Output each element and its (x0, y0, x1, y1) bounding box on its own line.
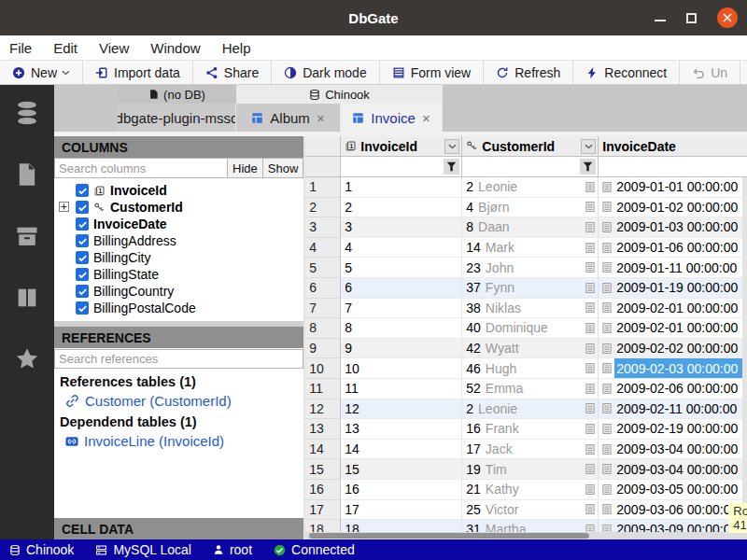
search-columns-input[interactable] (54, 158, 228, 178)
toolbar-button-un[interactable]: Un (680, 61, 740, 84)
vertical-scrollbar[interactable] (742, 177, 747, 532)
customer-id-cell[interactable]: 17Jack (462, 440, 599, 460)
invoice-date-cell[interactable]: 2009-01-03 00:00:00 (599, 217, 747, 238)
file-icon[interactable] (14, 161, 40, 188)
invoice-date-cell[interactable]: 2009-02-06 00:00:00 (599, 379, 747, 399)
filter-input[interactable] (600, 159, 747, 175)
customer-id-cell[interactable]: 52Emma (462, 379, 599, 399)
star-icon[interactable] (14, 346, 40, 372)
column-item-invoicedate[interactable]: InvoiceDate (56, 216, 303, 232)
column-checkbox[interactable] (76, 217, 89, 231)
menu-item-file[interactable]: File (9, 40, 32, 56)
database-icon[interactable] (14, 100, 40, 126)
row-number-cell[interactable]: 8 (305, 318, 341, 339)
invoice-date-value[interactable]: 2009-01-19 00:00:00 (614, 278, 747, 298)
column-checkbox[interactable] (76, 234, 89, 247)
invoice-id-cell[interactable]: 10 (341, 358, 462, 379)
row-number-cell[interactable]: 1 (305, 177, 341, 198)
row-number-cell[interactable]: 7 (305, 299, 341, 319)
row-number-cell[interactable]: 4 (305, 238, 341, 259)
invoice-date-cell[interactable]: 2009-03-05 00:00:00 (599, 480, 747, 500)
invoice-date-cell[interactable]: 2009-01-19 00:00:00 (599, 278, 747, 299)
tab-invoice[interactable]: Invoice× (341, 104, 443, 132)
customer-id-cell[interactable]: 46Hugh (462, 358, 599, 379)
row-number-cell[interactable]: 15 (305, 459, 341, 480)
row-number-cell[interactable]: 14 (305, 440, 341, 460)
row-number-cell[interactable]: 3 (305, 217, 341, 238)
column-checkbox[interactable] (76, 184, 89, 197)
row-number-cell[interactable]: 16 (305, 480, 341, 500)
column-dropdown-button[interactable] (444, 139, 459, 154)
row-number-cell[interactable]: 6 (305, 278, 341, 299)
search-references-input[interactable] (54, 349, 303, 369)
invoice-id-cell[interactable]: 12 (341, 399, 462, 420)
toolbar-button-form-view[interactable]: Form view (380, 61, 485, 84)
customer-id-cell[interactable]: 25Victor (462, 500, 599, 521)
invoice-date-cell[interactable]: 2009-03-04 00:00:00 (599, 459, 747, 480)
maximize-icon[interactable] (686, 13, 697, 23)
invoice-date-value[interactable]: 2009-01-11 00:00:00 (614, 258, 747, 277)
invoice-date-cell[interactable]: 2009-02-11 00:00:00 (599, 399, 747, 420)
row-number-cell[interactable]: 10 (305, 358, 341, 379)
invoice-id-cell[interactable]: 1 (341, 177, 462, 198)
invoice-id-cell[interactable]: 9 (341, 339, 462, 359)
column-item-billingstate[interactable]: BillingState (56, 266, 303, 283)
customer-id-cell[interactable]: 23John (462, 258, 599, 278)
column-item-invoiceid[interactable]: 1InvoiceId (56, 182, 303, 199)
invoice-date-value[interactable]: 2009-01-02 00:00:00 (614, 198, 747, 217)
toolbar-button-dark-mode[interactable]: Dark mode (272, 61, 379, 84)
invoice-id-cell[interactable]: 5 (341, 258, 462, 278)
column-header-customerid[interactable]: CustomerId (462, 136, 599, 157)
customer-id-cell[interactable]: 38Niklas (462, 299, 599, 319)
book-icon[interactable] (14, 285, 40, 311)
row-number-cell[interactable]: 13 (305, 419, 341, 440)
customer-id-cell[interactable]: 8Daan (462, 217, 599, 238)
invoice-date-cell[interactable]: 2009-02-03 00:00:00 (599, 358, 747, 379)
minimize-icon[interactable] (655, 20, 666, 21)
column-checkbox[interactable] (76, 301, 89, 315)
invoice-date-cell[interactable]: 2009-03-04 00:00:00 (599, 440, 747, 460)
customer-id-cell[interactable]: 2Leonie (462, 399, 599, 420)
hide-button[interactable]: Hide (228, 158, 263, 178)
invoice-date-value[interactable]: 2009-02-06 00:00:00 (614, 379, 747, 399)
column-item-customerid[interactable]: CustomerId (56, 199, 303, 216)
invoice-date-value[interactable]: 2009-03-06 00:00:00 (614, 500, 747, 520)
column-checkbox[interactable] (76, 251, 89, 264)
customer-id-cell[interactable]: 16Frank (462, 419, 599, 440)
column-item-billingcity[interactable]: BillingCity (56, 249, 303, 266)
invoice-date-value[interactable]: 2009-01-03 00:00:00 (614, 217, 747, 237)
invoice-id-cell[interactable]: 15 (341, 459, 462, 480)
invoice-id-cell[interactable]: 14 (341, 440, 462, 460)
invoice-date-cell[interactable]: 2009-02-01 00:00:00 (599, 299, 747, 319)
horizontal-scrollbar-thumb[interactable] (309, 533, 589, 539)
invoice-date-value[interactable]: 2009-02-11 00:00:00 (614, 399, 747, 419)
archive-icon[interactable] (14, 223, 40, 249)
invoice-date-cell[interactable]: 2009-02-19 00:00:00 (599, 419, 747, 440)
column-item-billingaddress[interactable]: BillingAddress (56, 232, 303, 249)
filter-funnel-button[interactable] (444, 159, 459, 175)
invoice-id-cell[interactable]: 17 (341, 500, 462, 521)
column-item-billingpostalcode[interactable]: BillingPostalCode (56, 300, 303, 316)
invoice-date-cell[interactable]: 2009-01-06 00:00:00 (599, 238, 747, 259)
invoice-date-value[interactable]: 2009-02-02 00:00:00 (614, 339, 747, 358)
reference-link-invoiceline-invoiceid[interactable]: InvoiceLine (InvoiceId) (60, 432, 298, 453)
column-checkbox[interactable] (76, 268, 89, 281)
customer-id-cell[interactable]: 37Fynn (462, 278, 599, 299)
invoice-date-value[interactable]: 2009-03-04 00:00:00 (614, 459, 747, 479)
customer-id-cell[interactable]: 2Leonie (462, 177, 599, 198)
menu-item-help[interactable]: Help (222, 40, 251, 56)
invoice-id-cell[interactable]: 3 (341, 217, 462, 238)
filter-input[interactable] (464, 159, 580, 175)
row-number-cell[interactable]: 11 (305, 379, 341, 399)
row-number-cell[interactable]: 2 (305, 198, 341, 218)
invoice-date-value[interactable]: 2009-03-04 00:00:00 (614, 440, 747, 459)
column-checkbox[interactable] (76, 201, 89, 214)
invoice-id-cell[interactable]: 6 (341, 278, 462, 299)
row-number-cell[interactable]: 5 (305, 258, 341, 278)
menu-item-edit[interactable]: Edit (53, 40, 78, 56)
row-number-cell[interactable]: 9 (305, 339, 341, 359)
tab-close-icon[interactable]: × (317, 110, 325, 126)
toolbar-button-import-data[interactable]: Import data (83, 61, 193, 84)
toolbar-button-reconnect[interactable]: Reconnect (573, 61, 680, 84)
invoice-date-value[interactable]: 2009-01-01 00:00:00 (614, 177, 747, 197)
